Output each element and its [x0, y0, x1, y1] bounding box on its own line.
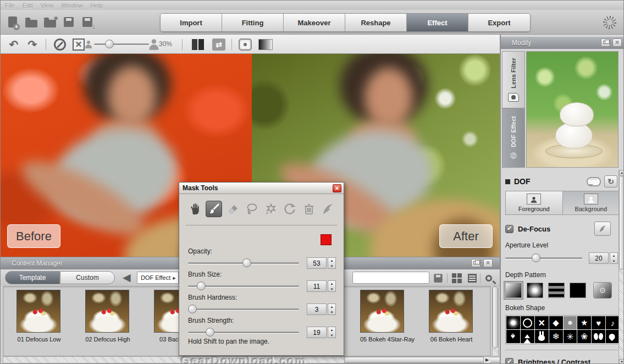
- swap-view-button[interactable]: ⇄: [209, 35, 228, 54]
- opacity-spinner[interactable]: ▲▼: [328, 257, 336, 269]
- defocus-checkbox[interactable]: [505, 225, 513, 233]
- template-thumbnail[interactable]: [85, 290, 129, 333]
- bokeh-shape-flower[interactable]: [577, 330, 591, 343]
- bokeh-shape-snowflake[interactable]: [549, 330, 563, 343]
- template-thumbnail[interactable]: [429, 290, 473, 333]
- bokeh-shape-music-note[interactable]: [606, 316, 620, 329]
- thumbnail-view-button[interactable]: [450, 272, 463, 285]
- brush-strength-value[interactable]: 19: [307, 327, 327, 338]
- brush-strength-slider-thumb[interactable]: [206, 328, 214, 337]
- brush-size-slider[interactable]: [188, 285, 299, 287]
- aperture-value[interactable]: 20: [589, 252, 609, 264]
- brush-size-value[interactable]: 11: [307, 280, 327, 292]
- spin-up-icon[interactable]: ▲: [328, 327, 335, 333]
- bokeh-shape-soft-circle[interactable]: [506, 316, 520, 329]
- tab-export[interactable]: Export: [468, 14, 530, 31]
- content-manager-close-button[interactable]: [483, 259, 493, 267]
- scroll-down-arrow[interactable]: ▼: [619, 359, 624, 364]
- mask-tools-close-button[interactable]: ✕: [333, 184, 341, 192]
- list-item[interactable]: 02 Defocus High: [85, 290, 130, 343]
- bokeh-shape-circle-selected[interactable]: [564, 316, 577, 329]
- pan-hand-tool[interactable]: [187, 201, 203, 217]
- spin-down-icon[interactable]: ▼: [328, 333, 335, 338]
- scroll-up-arrow[interactable]: ▲: [619, 170, 624, 175]
- spin-up-icon[interactable]: ▲: [328, 281, 335, 286]
- zoom-slider-thumb[interactable]: [105, 40, 114, 48]
- feather-mask-tool[interactable]: [319, 201, 336, 217]
- mask-tools-titlebar[interactable]: Mask Tools ✕: [179, 183, 344, 194]
- tab-template[interactable]: Template: [5, 271, 60, 284]
- bokeh-shape-heart[interactable]: [592, 316, 605, 329]
- brush-hardness-slider-thumb[interactable]: [188, 305, 197, 313]
- tab-import[interactable]: Import: [161, 14, 222, 31]
- tab-reshape[interactable]: Reshape: [345, 14, 407, 31]
- brush-strength-slider[interactable]: [188, 332, 299, 333]
- no-mask-button[interactable]: [51, 35, 69, 54]
- list-item[interactable]: 06 Bokeh Heart: [429, 290, 474, 343]
- feather-edge-button[interactable]: [594, 222, 611, 236]
- aperture-slider-thumb[interactable]: [532, 253, 540, 262]
- depth-pattern-radial[interactable]: [527, 283, 543, 298]
- vertical-scrollbar[interactable]: [492, 286, 499, 356]
- brush-hardness-spinner[interactable]: ▲▼: [328, 304, 336, 315]
- save-as-button[interactable]: [80, 14, 95, 30]
- opacity-value[interactable]: 53: [307, 257, 327, 269]
- bokeh-shape-water-drop[interactable]: [606, 330, 620, 343]
- bokeh-shape-cross[interactable]: [535, 316, 549, 329]
- menu-item-view[interactable]: View: [41, 2, 54, 9]
- lasso-tool[interactable]: [244, 201, 260, 217]
- scrollbar-thumb[interactable]: [493, 286, 498, 348]
- depth-pattern-solid[interactable]: [570, 283, 586, 298]
- zoom-slider[interactable]: [94, 43, 149, 45]
- tab-lens-filter[interactable]: Lens Filter: [502, 51, 525, 108]
- horizontal-scrollbar[interactable]: ▶: [3, 356, 491, 363]
- scrollbar-thumb[interactable]: [619, 176, 624, 269]
- new-from-photo-button[interactable]: [42, 14, 58, 30]
- bokeh-shape-maple-leaf[interactable]: [506, 330, 520, 343]
- modify-close-button[interactable]: [612, 38, 622, 47]
- bokeh-shape-rabbit[interactable]: [535, 330, 549, 343]
- menu-item-help[interactable]: Help: [90, 2, 103, 9]
- tab-effect[interactable]: Effect: [407, 14, 468, 31]
- show-gradient-button[interactable]: [256, 35, 275, 54]
- list-item[interactable]: 05 Bokeh 4Star-Ray: [360, 290, 405, 343]
- reset-mask-tool[interactable]: [281, 201, 298, 217]
- category-breadcrumb[interactable]: DOF Effect: [137, 272, 179, 284]
- tab-makeover[interactable]: Makeover: [284, 14, 345, 31]
- menu-item-file[interactable]: File: [5, 2, 15, 9]
- opacity-slider-thumb[interactable]: [242, 258, 251, 267]
- spin-up-icon[interactable]: ▲: [610, 253, 617, 258]
- modify-scrollbar[interactable]: ▲ ▼: [619, 170, 624, 364]
- bokeh-shape-diamond[interactable]: [549, 316, 563, 329]
- eraser-tool[interactable]: [225, 201, 241, 217]
- magic-lasso-tool[interactable]: [263, 201, 279, 217]
- menu-item-edit[interactable]: Edit: [23, 2, 33, 9]
- open-project-button[interactable]: [24, 14, 39, 30]
- mask-color-swatch[interactable]: [321, 234, 332, 245]
- aperture-slider[interactable]: [505, 257, 582, 259]
- spin-up-icon[interactable]: ▲: [328, 304, 335, 310]
- modify-popout-button[interactable]: [601, 38, 610, 47]
- compare-view-button[interactable]: [189, 35, 207, 54]
- bokeh-shape-star[interactable]: [577, 316, 591, 329]
- dof-reset-button[interactable]: ↻: [604, 175, 617, 187]
- menu-item-window[interactable]: Window: [61, 2, 82, 9]
- hint-bubble-icon[interactable]: [587, 177, 601, 186]
- template-thumbnail[interactable]: [16, 290, 60, 333]
- brush-size-slider-thumb[interactable]: [197, 282, 206, 290]
- content-manager-popout-button[interactable]: [471, 259, 481, 267]
- back-arrow-button[interactable]: ◀: [123, 272, 135, 284]
- redo-button[interactable]: ↷: [25, 35, 40, 54]
- list-item[interactable]: 01 Defocus Low: [16, 290, 62, 343]
- search-button[interactable]: [482, 272, 495, 285]
- scroll-right-arrow[interactable]: ▶: [483, 357, 490, 363]
- tab-dof-effect[interactable]: DOF Effect: [502, 108, 525, 168]
- opacity-slider[interactable]: [188, 262, 299, 264]
- bokeh-shape-pine-tree[interactable]: [521, 330, 534, 343]
- aperture-spinner[interactable]: ▲▼: [610, 252, 618, 264]
- search-input[interactable]: [352, 272, 429, 284]
- foreground-layer-button[interactable]: Foreground: [506, 191, 563, 214]
- save-button[interactable]: [61, 14, 76, 30]
- template-thumbnail[interactable]: [360, 290, 404, 333]
- new-project-button[interactable]: [5, 14, 20, 30]
